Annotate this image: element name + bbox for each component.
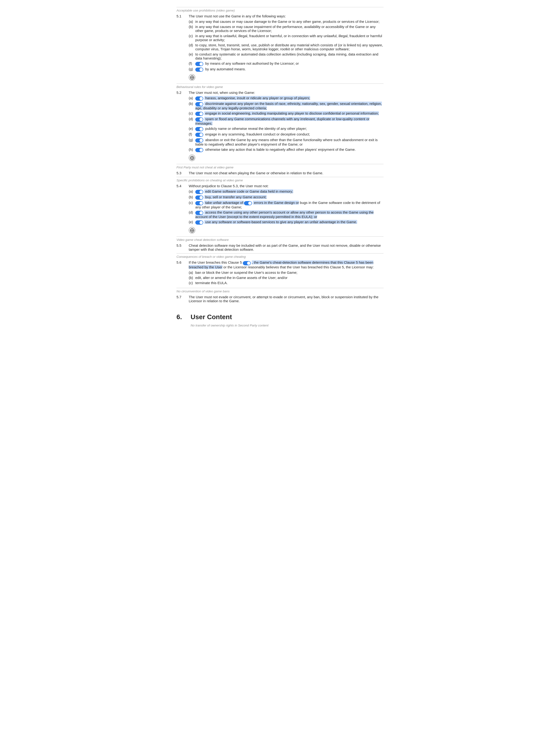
clause-5-2-intro: The User must not, when using the Game: — [189, 91, 255, 95]
clause-5-3: 5.3 The User must not cheat when playing… — [176, 171, 384, 175]
list-item: (e) publicly name or otherwise reveal th… — [189, 127, 384, 131]
list-item: (d) to copy, store, host, transmit, send… — [189, 43, 384, 51]
clause-content-5-4: Without prejudice to Clause 5.3, the Use… — [189, 184, 384, 235]
clause-5-1-intro: The User must not use the Game in any of… — [189, 14, 286, 18]
toggle-5-4-c[interactable] — [195, 201, 203, 205]
toggle-5-1-f[interactable] — [195, 62, 203, 66]
list-item: (f) by means of any software not authori… — [189, 61, 384, 66]
toggle-5-2-a[interactable] — [195, 97, 203, 101]
section-header-5-1: Acceptable use prohibitions (video game) — [176, 7, 384, 12]
list-item: (b) edit, alter or amend the in-Game ass… — [189, 276, 384, 280]
list-item: (a) edit Game software code or Game data… — [189, 189, 384, 194]
list-item: (f) engage in any scamming, fraudulent c… — [189, 132, 384, 137]
section-header-5-3: First Party must not cheat at video game — [176, 164, 384, 169]
clause-num-5-2: 5.2 — [176, 91, 189, 162]
toggle-5-6[interactable] — [243, 261, 251, 265]
clause-num-5-3: 5.3 — [176, 171, 189, 175]
list-item: (c) take unfair advantage of errors in t… — [189, 201, 384, 209]
list-item: (a) ban or block the User or suspend the… — [189, 271, 384, 275]
clause-5-6: 5.6 If the User breaches this Clause 5 ,… — [176, 260, 384, 286]
list-item: (b) discriminate against any player on t… — [189, 102, 384, 110]
list-item: (e) use any software or software-based s… — [189, 220, 384, 225]
add-button-5-1[interactable]: ⨁ — [189, 74, 195, 81]
clause-num-5-4: 5.4 — [176, 184, 189, 235]
toggle-5-2-e[interactable] — [195, 127, 203, 131]
toggle-5-2-d[interactable] — [195, 117, 203, 122]
clause-5-4-list: (a) edit Game software code or Game data… — [189, 189, 384, 225]
clause-content-5-6: If the User breaches this Clause 5 , the… — [189, 260, 384, 286]
list-item: (e) to conduct any systematic or automat… — [189, 52, 384, 60]
list-item: (g) abandon or exit the Game by any mean… — [189, 138, 384, 146]
section-header-5-2: Behavioural rules for video game — [176, 84, 384, 89]
toggle-5-4-e[interactable] — [195, 220, 203, 225]
section-header-6-sub: No transfer of ownership rights in Secon… — [176, 324, 384, 327]
list-item: (b) buy, sell or transfer any Game accou… — [189, 195, 384, 199]
toggle-5-4-d[interactable] — [195, 211, 203, 215]
toggle-5-4-a[interactable] — [195, 190, 203, 194]
clause-num-5-5: 5.5 — [176, 244, 189, 252]
clause-5-5: 5.5 Cheat detection software may be incl… — [176, 244, 384, 252]
section-header-5-6: Consequences of breach or video game che… — [176, 253, 384, 259]
clause-5-4: 5.4 Without prejudice to Clause 5.3, the… — [176, 184, 384, 235]
section-header-5-5: Video game cheat detection software — [176, 237, 384, 242]
list-item: (d) spam or flood any Game communication… — [189, 117, 384, 125]
toggle-5-2-c[interactable] — [195, 112, 203, 116]
clause-5-5-text: Cheat detection software may be included… — [189, 244, 381, 252]
list-item: (b) in any way that causes or may cause … — [189, 25, 384, 33]
clause-5-1: 5.1 The User must not use the Game in an… — [176, 14, 384, 82]
clause-content-5-5: Cheat detection software may be included… — [189, 244, 384, 252]
clause-num-5-7: 5.7 — [176, 295, 189, 303]
clause-5-7: 5.7 The User must not evade or circumven… — [176, 295, 384, 303]
clause-5-3-text: The User must not cheat when playing the… — [189, 171, 323, 175]
clause-num-5-6: 5.6 — [176, 260, 189, 286]
list-item: (g) by any automated means. — [189, 67, 384, 71]
toggle-5-2-g[interactable] — [195, 138, 203, 143]
section-6-num: 6. — [176, 313, 190, 321]
list-item: (c) engage in social engineering, includ… — [189, 111, 384, 116]
clause-5-6-intro: If the User breaches this Clause 5 — [189, 260, 243, 264]
toggle-5-4-b[interactable] — [195, 195, 203, 200]
clause-6: 6. User Content — [176, 308, 384, 322]
clause-num-5-1: 5.1 — [176, 14, 189, 82]
add-button-5-4[interactable]: ⨁ — [189, 227, 195, 234]
clause-content-5-2: The User must not, when using the Game: … — [189, 91, 384, 162]
list-item: (h) otherwise take any action that is li… — [189, 147, 384, 152]
list-item: (a) harass, antagonise, insult or ridicu… — [189, 96, 384, 101]
add-button-5-2[interactable]: ⨁ — [189, 155, 195, 161]
clause-content-5-7: The User must not evade or circumvent, o… — [189, 295, 384, 303]
toggle-5-2-b[interactable] — [195, 102, 203, 106]
list-item: (c) in any way that is unlawful, illegal… — [189, 34, 384, 42]
toggle-5-2-h[interactable] — [195, 148, 203, 152]
toggle-5-2-f[interactable] — [195, 133, 203, 137]
clause-5-2: 5.2 The User must not, when using the Ga… — [176, 91, 384, 162]
toggle-5-1-g[interactable] — [195, 67, 203, 72]
list-item: (d) access the Game using any other pers… — [189, 210, 384, 219]
section-header-5-4: Specific prohibitions on cheating at vid… — [176, 177, 384, 182]
clause-content-5-3: The User must not cheat when playing the… — [189, 171, 384, 175]
clause-5-1-list: (a) in any way that causes or may cause … — [189, 19, 384, 71]
section-header-5-7: No circumvention of video game bans — [176, 288, 384, 293]
clause-5-4-intro: Without prejudice to Clause 5.3, the Use… — [189, 184, 268, 188]
clause-5-7-text: The User must not evade or circumvent, o… — [189, 295, 378, 303]
list-item: (a) in any way that causes or may cause … — [189, 19, 384, 23]
toggle-5-4-c-mid[interactable] — [244, 201, 252, 205]
clause-5-2-list: (a) harass, antagonise, insult or ridicu… — [189, 96, 384, 152]
section-6-title: User Content — [190, 313, 232, 321]
clause-5-6-list: (a) ban or block the User or suspend the… — [189, 271, 384, 285]
clause-content-5-1: The User must not use the Game in any of… — [189, 14, 384, 82]
list-item: (c) terminate this EULA. — [189, 281, 384, 285]
